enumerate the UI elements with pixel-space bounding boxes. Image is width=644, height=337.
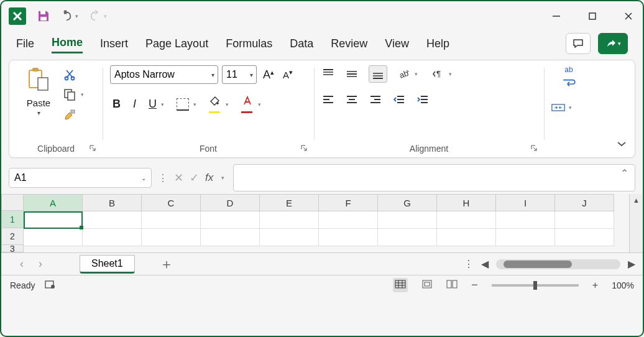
font-size-dropdown-icon[interactable]: ▾ [250, 72, 253, 78]
align-middle-button[interactable] [345, 67, 359, 81]
tab-page-layout[interactable]: Page Layout [145, 35, 208, 53]
page-break-view-button[interactable] [446, 280, 458, 290]
fill-color-button[interactable]: ▾ [206, 94, 231, 114]
comments-button[interactable] [566, 33, 591, 54]
align-top-button[interactable] [321, 67, 335, 81]
italic-button[interactable]: I [131, 96, 139, 112]
increase-indent-button[interactable] [416, 93, 430, 106]
cell[interactable] [319, 229, 378, 246]
tab-data[interactable]: Data [290, 35, 313, 53]
column-header[interactable]: H [437, 194, 496, 211]
page-layout-view-button[interactable] [421, 280, 433, 290]
column-header[interactable]: F [319, 194, 378, 211]
tab-help[interactable]: Help [426, 35, 449, 53]
prev-sheet-button[interactable]: ‹ [20, 257, 24, 270]
cell[interactable] [142, 211, 201, 229]
save-button[interactable] [36, 9, 51, 24]
undo-dropdown-icon[interactable]: ▾ [75, 13, 78, 19]
horizontal-scrollbar[interactable] [496, 259, 620, 269]
row-header[interactable]: 2 [1, 228, 24, 245]
column-header[interactable]: J [555, 194, 614, 211]
add-sheet-button[interactable]: ＋ [160, 255, 173, 274]
undo-button[interactable]: ▾ [60, 9, 78, 23]
cell[interactable] [83, 211, 142, 229]
scroll-up-icon[interactable]: ▲ [633, 196, 640, 204]
column-header[interactable]: C [142, 194, 201, 211]
align-bottom-button[interactable] [369, 65, 387, 83]
shrink-font-button[interactable]: A▾ [280, 68, 295, 81]
macro-record-icon[interactable] [45, 279, 56, 291]
cell[interactable] [201, 211, 260, 229]
paste-dropdown-icon[interactable]: ▾ [37, 109, 40, 116]
name-box[interactable]: A1 ⌄ [9, 168, 152, 188]
normal-view-button[interactable] [393, 278, 408, 292]
name-box-dropdown-icon[interactable]: ⌄ [141, 175, 146, 182]
tab-formulas[interactable]: Formulas [226, 35, 272, 53]
cell[interactable] [555, 229, 614, 246]
enter-formula-button[interactable]: ✓ [190, 171, 199, 185]
orientation-button[interactable]: ab▾ [397, 67, 418, 81]
align-center-button[interactable] [345, 93, 359, 106]
maximize-button[interactable] [586, 9, 599, 23]
cell[interactable] [201, 229, 260, 246]
select-all-button[interactable] [1, 194, 24, 211]
collapse-ribbon-button[interactable] [616, 139, 627, 152]
cell[interactable] [142, 229, 201, 246]
insert-function-button[interactable]: fx [205, 172, 213, 184]
zoom-in-button[interactable]: + [592, 280, 598, 291]
alignment-launcher-icon[interactable] [530, 144, 538, 154]
share-button[interactable]: ▾ [598, 33, 628, 54]
column-header[interactable]: B [83, 194, 142, 211]
row-header[interactable]: 1 [1, 211, 24, 228]
font-color-button[interactable]: ▾ [239, 94, 264, 114]
cell[interactable] [496, 229, 555, 246]
cell[interactable] [24, 211, 83, 229]
format-painter-button[interactable] [63, 108, 84, 122]
cell[interactable] [555, 211, 614, 229]
paste-button[interactable] [27, 67, 50, 94]
wrap-text-button[interactable]: ab [551, 65, 586, 90]
column-header[interactable]: G [378, 194, 437, 211]
merge-center-button[interactable]: ▾ [551, 101, 586, 114]
font-name-input[interactable]: Aptos Narrow ▾ [110, 65, 218, 84]
sheet-menu-button[interactable]: ⋮ [464, 258, 474, 270]
column-header[interactable]: D [201, 194, 260, 211]
redo-dropdown-icon[interactable]: ▾ [104, 13, 107, 19]
align-left-button[interactable] [321, 93, 335, 106]
column-header[interactable]: E [260, 194, 319, 211]
cell[interactable] [260, 229, 319, 246]
zoom-level[interactable]: 100% [612, 280, 634, 290]
fx-dropdown-icon[interactable]: ▾ [221, 175, 224, 181]
cell[interactable] [496, 211, 555, 229]
copy-button[interactable]: ▾ [63, 88, 84, 101]
tab-review[interactable]: Review [331, 35, 367, 53]
bold-button[interactable]: B [110, 96, 123, 112]
font-size-input[interactable]: 11 ▾ [222, 65, 257, 84]
cell[interactable] [24, 229, 83, 246]
formula-input[interactable]: ⌃ [233, 164, 635, 192]
expand-formula-bar-button[interactable]: ⌃ [620, 167, 628, 179]
borders-button[interactable]: ▾ [174, 97, 199, 112]
copy-dropdown-icon[interactable]: ▾ [81, 91, 84, 98]
row-header[interactable]: 3 [1, 245, 24, 252]
cell[interactable] [437, 211, 496, 229]
cell[interactable] [83, 229, 142, 246]
zoom-out-button[interactable]: − [471, 279, 478, 292]
column-header[interactable]: A [24, 194, 83, 211]
cell[interactable] [437, 229, 496, 246]
tab-insert[interactable]: Insert [100, 35, 128, 53]
show-paragraph-button[interactable]: ¶▾ [431, 67, 452, 81]
cut-button[interactable] [63, 68, 84, 81]
minimize-button[interactable] [550, 9, 563, 23]
close-button[interactable] [622, 9, 635, 23]
tab-view[interactable]: View [385, 35, 409, 53]
tab-home[interactable]: Home [52, 34, 83, 53]
next-sheet-button[interactable]: › [39, 257, 42, 270]
column-header[interactable]: I [496, 194, 555, 211]
grow-font-button[interactable]: A▴ [260, 67, 277, 83]
sheet-tab[interactable]: Sheet1 [80, 255, 135, 274]
cancel-formula-button[interactable]: ✕ [174, 171, 183, 185]
scroll-right-button[interactable]: ▶ [628, 258, 635, 270]
font-name-dropdown-icon[interactable]: ▾ [211, 72, 214, 78]
cell[interactable] [378, 211, 437, 229]
